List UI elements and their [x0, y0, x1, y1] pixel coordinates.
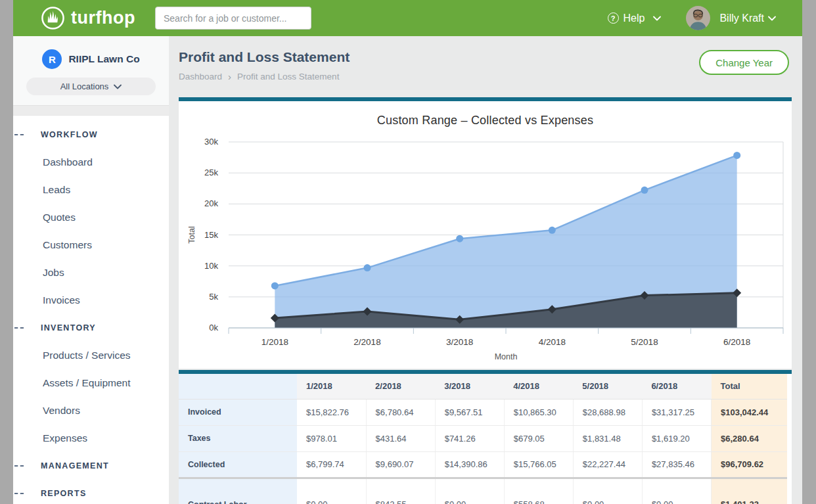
chevron-down-icon: [768, 16, 776, 21]
cell-value: $15,822.76: [297, 399, 366, 425]
chevron-down-icon: [653, 16, 661, 21]
cell-value: $1,619.20: [642, 425, 711, 451]
svg-text:Month: Month: [495, 352, 518, 361]
svg-text:30k: 30k: [204, 137, 218, 147]
table-card: 1/20182/20183/20184/20185/20186/2018Tota…: [179, 370, 792, 504]
pl-chart: 0k5k10k15k20k25k30k1/20182/20183/20184/2…: [179, 129, 792, 363]
svg-text:5k: 5k: [209, 292, 218, 302]
row-label: Invoiced: [179, 399, 297, 425]
section-label: WORKFLOW: [41, 130, 98, 139]
sidebar-item-assets-equipment[interactable]: Assets / Equipment: [13, 369, 169, 397]
sidebar-item-customers[interactable]: Customers: [13, 231, 169, 259]
svg-text:10k: 10k: [204, 261, 218, 271]
cell-value: $0.00: [297, 492, 366, 504]
breadcrumb-dashboard[interactable]: Dashboard: [179, 72, 222, 81]
section-dashes-icon: [14, 465, 24, 467]
group-spacer-row: [179, 478, 787, 492]
section-dashes-icon: [14, 493, 24, 494]
section-label: INVENTORY: [41, 323, 96, 332]
sidebar-section-reports: REPORTS: [13, 480, 169, 504]
sidebar-item-vendors[interactable]: Vendors: [13, 397, 169, 424]
change-year-button[interactable]: Change Year: [699, 50, 789, 75]
search-input[interactable]: [155, 7, 311, 30]
row-total: $103,042.44: [712, 399, 787, 425]
svg-text:3/2018: 3/2018: [446, 337, 473, 347]
svg-text:25k: 25k: [204, 168, 218, 177]
column-header: 3/2018: [435, 374, 504, 399]
pl-table: 1/20182/20183/20184/20185/20186/2018Tota…: [179, 374, 787, 504]
breadcrumb-chevron-icon: ›: [228, 71, 231, 82]
sidebar-item-jobs[interactable]: Jobs: [13, 259, 169, 286]
user-name: Billy Kraft: [719, 12, 764, 24]
svg-text:6/2018: 6/2018: [723, 337, 750, 347]
cell-value: $558.68: [504, 492, 573, 504]
cell-value: $6,780.64: [366, 399, 435, 425]
company-name: RIIPL Lawn Co: [68, 53, 139, 65]
user-avatar: [686, 6, 710, 30]
section-label: REPORTS: [41, 489, 87, 498]
cell-value: $0.00: [573, 492, 642, 504]
location-selector[interactable]: All Locations: [26, 78, 156, 95]
sidebar-company-block: R RIIPL Lawn Co All Locations: [13, 36, 169, 105]
top-navbar: turfhop ? Help: [13, 0, 802, 36]
page-header: Profit and Loss Statement Dashboard › Pr…: [179, 49, 792, 82]
row-total: $1,401.23: [712, 492, 787, 504]
section-label: MANAGEMENT: [41, 461, 109, 470]
table-row: Taxes$978.01$431.64$741.26$679.05$1,831.…: [179, 425, 787, 451]
column-header: [179, 374, 297, 399]
svg-text:20k: 20k: [204, 198, 218, 208]
column-header: 1/2018: [297, 374, 366, 399]
cell-value: $0.00: [435, 492, 504, 504]
row-label: Collected: [179, 451, 297, 478]
sidebar-divider: [13, 105, 169, 116]
cell-value: $28,688.98: [573, 399, 642, 425]
sidebar-item-expenses[interactable]: Expenses: [13, 424, 169, 452]
cell-value: $0.00: [642, 492, 711, 504]
help-label: Help: [623, 12, 645, 24]
user-menu[interactable]: Billy Kraft: [686, 6, 776, 30]
svg-text:0k: 0k: [209, 323, 218, 332]
pl-table-body: Invoiced$15,822.76$6,780.64$9,567.51$10,…: [179, 399, 787, 504]
svg-text:Total: Total: [187, 226, 196, 243]
sidebar-section-inventory: INVENTORY: [13, 314, 169, 342]
sidebar-item-dashboard[interactable]: Dashboard: [13, 149, 169, 176]
sidebar-item-leads[interactable]: Leads: [13, 176, 169, 204]
svg-text:4/2018: 4/2018: [539, 337, 566, 347]
svg-text:1/2018: 1/2018: [261, 337, 288, 347]
sidebar-item-products-services[interactable]: Products / Services: [13, 342, 169, 369]
cell-value: $1,831.48: [573, 425, 642, 451]
chart-title: Custom Range – Collected vs Expenses: [179, 101, 792, 127]
cell-value: $15,766.05: [504, 451, 573, 478]
column-header: 4/2018: [504, 374, 573, 399]
column-header: 2/2018: [366, 374, 435, 399]
location-label: All Locations: [60, 81, 109, 91]
brand-logo[interactable]: turfhop: [41, 6, 135, 30]
column-header: Total: [712, 374, 787, 399]
svg-text:5/2018: 5/2018: [631, 337, 658, 347]
cell-value: $31,317.25: [642, 399, 711, 425]
svg-text:15k: 15k: [204, 230, 218, 240]
cell-value: $14,390.86: [435, 451, 504, 478]
column-header: 5/2018: [573, 374, 642, 399]
svg-text:2/2018: 2/2018: [353, 337, 380, 347]
sidebar-item-invoices[interactable]: Invoices: [13, 286, 169, 314]
sidebar-nav: WORKFLOWDashboardLeadsQuotesCustomersJob…: [13, 116, 169, 504]
help-menu[interactable]: ? Help: [608, 12, 662, 24]
table-row: Collected$6,799.74$9,690.07$14,390.86$15…: [179, 451, 787, 478]
cell-value: $431.64: [366, 425, 435, 451]
row-label: Taxes: [179, 425, 297, 451]
chevron-down-icon: [114, 84, 122, 89]
sidebar-section-workflow: WORKFLOW: [13, 121, 169, 149]
section-dashes-icon: [14, 327, 24, 329]
breadcrumb-current: Profit and Loss Statement: [237, 72, 339, 81]
section-dashes-icon: [14, 134, 24, 135]
table-row: Invoiced$15,822.76$6,780.64$9,567.51$10,…: [179, 399, 787, 425]
company-header: R RIIPL Lawn Co: [26, 49, 156, 69]
breadcrumb: Dashboard › Profit and Loss Statement: [179, 71, 792, 82]
column-header: 6/2018: [642, 374, 711, 399]
table-row: Contract Labor$0.00$842.55$0.00$558.68$0…: [179, 492, 787, 504]
sidebar-item-quotes[interactable]: Quotes: [13, 204, 169, 231]
cell-value: $679.05: [504, 425, 573, 451]
brand-wordmark: turfhop: [71, 8, 135, 28]
cell-value: $978.01: [297, 425, 366, 451]
